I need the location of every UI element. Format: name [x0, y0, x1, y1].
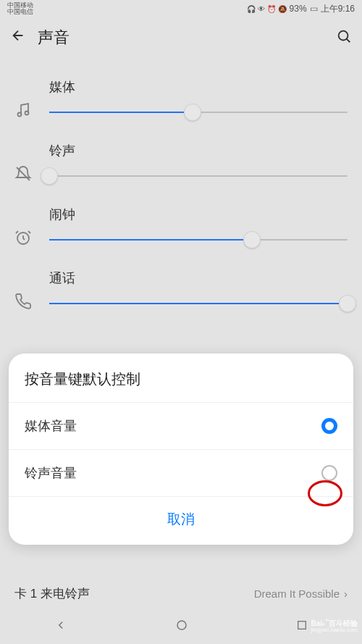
- navigation-bar: [0, 609, 362, 644]
- nav-back-button[interactable]: [54, 619, 67, 635]
- dialog-title: 按音量键默认控制: [9, 369, 353, 402]
- sim1-ringtone-value: Dream It Possible: [254, 587, 340, 600]
- svg-point-4: [177, 621, 186, 630]
- chevron-right-icon: ›: [344, 587, 348, 600]
- nav-recent-button[interactable]: [296, 619, 308, 634]
- volume-key-dialog: 按音量键默认控制 媒体音量 铃声音量 取消: [9, 354, 353, 545]
- option-label: 媒体音量: [25, 417, 77, 435]
- option-ringtone-volume[interactable]: 铃声音量: [9, 449, 353, 496]
- cancel-button[interactable]: 取消: [9, 496, 353, 545]
- radio-selected-icon: [321, 418, 337, 434]
- option-media-volume[interactable]: 媒体音量: [9, 402, 353, 449]
- sim1-ringtone-row[interactable]: 卡 1 来电铃声 Dream It Possible ›: [0, 585, 362, 602]
- modal-overlay[interactable]: [0, 0, 362, 644]
- radio-unselected-icon: [321, 465, 337, 481]
- watermark-sub: jingyan.baidu.com: [311, 627, 358, 634]
- sim1-ringtone-label: 卡 1 来电铃声: [14, 585, 90, 602]
- watermark: Bai៱⁀百⽃经验 jingyan.baidu.com: [311, 619, 358, 634]
- option-label: 铃声音量: [25, 464, 77, 482]
- svg-rect-5: [298, 622, 306, 630]
- nav-home-button[interactable]: [175, 619, 188, 635]
